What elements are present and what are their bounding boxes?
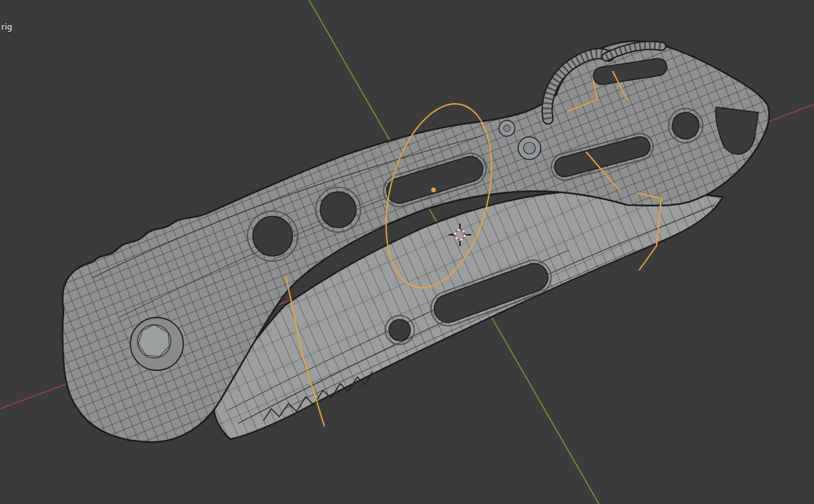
bone-head-point[interactable] (431, 188, 436, 192)
object-name-label: rig (1, 22, 13, 32)
thumb-stud-inner (504, 125, 510, 132)
handle-hole-2 (320, 192, 356, 228)
viewport-3d[interactable]: rig (0, 0, 814, 504)
blade-hole (389, 319, 410, 341)
carabiner-hole (672, 112, 699, 139)
viewport-canvas[interactable] (0, 0, 814, 504)
handle-hole-1 (253, 216, 293, 256)
pommel-button-inner (138, 325, 171, 358)
pivot-boss-inner (523, 142, 535, 154)
